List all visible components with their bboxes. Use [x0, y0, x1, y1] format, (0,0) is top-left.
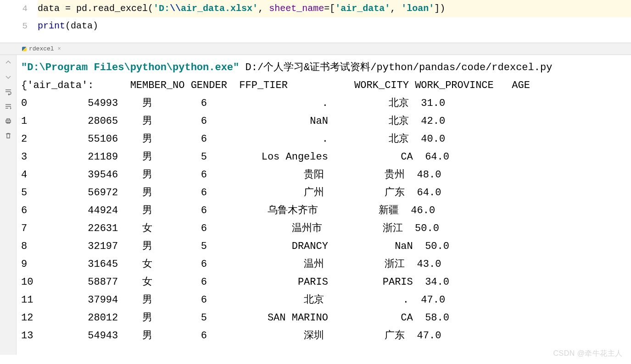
console-area: "D:\Program Files\python\python.exe" D:/… [0, 55, 631, 355]
line-number: 5 [0, 17, 38, 35]
close-icon[interactable]: × [56, 46, 61, 52]
run-command-line: "D:\Program Files\python\python.exe" D:/… [21, 59, 626, 77]
tab-label: rdexcel [29, 45, 54, 52]
code-line[interactable]: 4data = pd.read_excel('D:\\air_data.xlsx… [0, 0, 631, 17]
dataframe-row: 1 28065 男 6 NaN 北京 42.0 [21, 112, 626, 130]
python-icon [22, 47, 27, 51]
line-number: 4 [0, 0, 38, 17]
dataframe-row: 2 55106 男 6 . 北京 40.0 [21, 130, 626, 148]
watermark: CSDN @牵牛花主人 [553, 349, 623, 358]
scroll-to-end-icon[interactable] [4, 102, 13, 111]
console-toolbar [0, 55, 17, 355]
dataframe-row: 13 54943 男 6 深圳 广东 47.0 [21, 327, 626, 345]
dataframe-row: 11 37994 男 6 北京 . 47.0 [21, 291, 626, 309]
dataframe-row: 0 54993 男 6 . 北京 31.0 [21, 94, 626, 112]
dataframe-row: 6 44924 男 6 乌鲁木齐市 新疆 46.0 [21, 202, 626, 220]
console-output[interactable]: "D:\Program Files\python\python.exe" D:/… [17, 55, 631, 355]
dataframe-row: 12 28012 男 5 SAN MARINO CA 58.0 [21, 309, 626, 327]
soft-wrap-icon[interactable] [4, 87, 13, 96]
dataframe-row: 4 39546 男 6 贵阳 贵州 48.0 [21, 166, 626, 184]
dataframe-row: 9 31645 女 6 温州 浙江 43.0 [21, 255, 626, 273]
dataframe-row: 3 21189 男 5 Los Angeles CA 64.0 [21, 148, 626, 166]
scroll-down-icon[interactable] [4, 72, 13, 82]
dataframe-row: 10 58877 女 6 PARIS PARIS 34.0 [21, 273, 626, 291]
code-text[interactable]: data = pd.read_excel('D:\\air_data.xlsx'… [38, 0, 631, 17]
print-icon[interactable] [4, 116, 13, 126]
trash-icon[interactable] [4, 131, 13, 140]
console-panel-header: rdexcel × [0, 43, 631, 55]
dataframe-row: 7 22631 女 6 温州市 浙江 50.0 [21, 220, 626, 237]
svg-rect-1 [7, 119, 10, 120]
tab-rdexcel[interactable]: rdexcel × [18, 43, 65, 55]
dataframe-row: 8 32197 男 5 DRANCY NaN 50.0 [21, 237, 626, 255]
code-editor[interactable]: 4data = pd.read_excel('D:\\air_data.xlsx… [0, 0, 631, 35]
editor-bottom-spacer [0, 35, 631, 43]
scroll-up-icon[interactable] [4, 58, 13, 67]
dataframe-row: 5 56972 男 6 广州 广东 64.0 [21, 184, 626, 202]
code-line[interactable]: 5print(data) [0, 17, 631, 35]
code-text[interactable]: print(data) [38, 17, 631, 35]
dataframe-header: {'air_data': MEMBER_NO GENDER FFP_TIER W… [21, 77, 626, 94]
